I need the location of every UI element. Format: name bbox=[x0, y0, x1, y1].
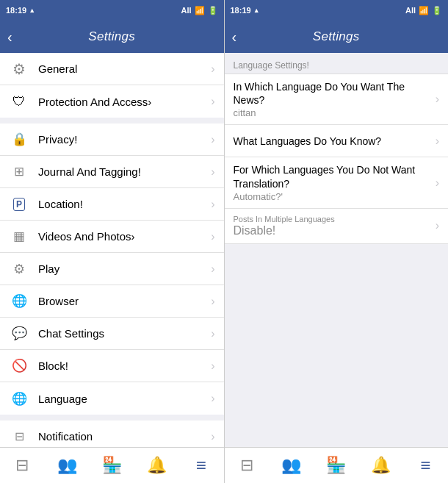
back-button-right[interactable]: ‹ bbox=[232, 29, 237, 46]
wifi-icon-left: 📶 bbox=[195, 6, 205, 15]
battery-icon-right: 🔋 bbox=[432, 6, 442, 15]
page-title-right: Settings bbox=[313, 29, 360, 44]
battery-icon-left: 🔋 bbox=[208, 6, 218, 15]
lang-item-known[interactable]: What Languages Do You Know? › bbox=[225, 125, 449, 157]
sidebar-item-privacy[interactable]: 🔒 Privacy! › bbox=[0, 124, 224, 156]
sidebar-item-location[interactable]: P Location! › bbox=[0, 188, 224, 221]
left-panel: 18:19 ▲ All 📶 🔋 ‹ Settings ⚙ General › 🛡… bbox=[0, 0, 224, 483]
tab-bell-right[interactable]: 🔔 bbox=[358, 448, 403, 483]
lang-item-no-translation[interactable]: For Which Languages You Do Not Want Tran… bbox=[225, 157, 449, 208]
chevron-news-lang: › bbox=[436, 93, 439, 106]
tab-friends-left[interactable]: 👥 bbox=[45, 448, 90, 483]
home-tab-icon-right: ⊟ bbox=[240, 456, 253, 475]
menu-tab-icon-left: ≡ bbox=[196, 455, 206, 476]
tab-store-left[interactable]: 🏪 bbox=[90, 448, 134, 483]
notification-label: Notification bbox=[38, 430, 211, 443]
chevron-icon-notification: › bbox=[211, 430, 214, 443]
home-tab-icon-left: ⊟ bbox=[15, 456, 29, 475]
chevron-icon-browser: › bbox=[211, 295, 214, 308]
chevron-icon-protection: › bbox=[211, 95, 214, 108]
tab-home-right[interactable]: ⊟ bbox=[225, 448, 270, 483]
right-panel: 18:19 ▲ All 📶 🔋 ‹ Settings Language Sett… bbox=[225, 0, 449, 483]
browser-label: Browser bbox=[38, 295, 211, 307]
notrans-lang-subtitle: Automatic?' bbox=[234, 191, 436, 202]
sidebar-item-play[interactable]: ⚙ Play › bbox=[0, 253, 224, 285]
status-bar-left: 18:19 ▲ All 📶 🔋 bbox=[0, 0, 224, 21]
sidebar-item-journal[interactable]: ⊞ Journal And Tagging! › bbox=[0, 156, 224, 188]
nav-header-right: ‹ Settings bbox=[225, 21, 449, 53]
settings-group-2: 🔒 Privacy! › ⊞ Journal And Tagging! › P … bbox=[0, 124, 224, 415]
settings-list-left: ⚙ General › 🛡 Protection And Access› › 🔒… bbox=[0, 53, 224, 447]
notification-icon: ⊟ bbox=[9, 426, 29, 447]
status-bar-right: 18:19 ▲ All 📶 🔋 bbox=[225, 0, 449, 21]
video-icon: ▦ bbox=[9, 226, 29, 247]
tab-bar-right: ⊟ 👥 🏪 🔔 ≡ bbox=[225, 447, 449, 483]
browser-icon: 🌐 bbox=[9, 291, 29, 312]
sidebar-item-browser[interactable]: 🌐 Browser › bbox=[0, 285, 224, 318]
play-icon: ⚙ bbox=[9, 259, 29, 279]
play-label: Play bbox=[38, 262, 211, 275]
chevron-multiple-lang: › bbox=[436, 219, 439, 232]
bell-tab-icon-right: 🔔 bbox=[371, 456, 391, 475]
news-lang-subtitle: cittan bbox=[234, 107, 436, 118]
multiple-lang-value: Disable! bbox=[234, 224, 436, 237]
status-right: All 📶 🔋 bbox=[181, 6, 217, 15]
protection-label: Protection And Access› bbox=[38, 96, 211, 108]
section-gap-2 bbox=[0, 415, 224, 421]
carrier-right: All bbox=[405, 6, 416, 15]
settings-group-3: ⊟ Notification › ▣ SMS› › 📡 Public Posts… bbox=[0, 421, 224, 447]
store-tab-icon-left: 🏪 bbox=[102, 456, 122, 475]
tab-menu-right[interactable]: ≡ bbox=[403, 448, 448, 483]
tab-bar-left: ⊟ 👥 🏪 🔔 ≡ bbox=[0, 447, 224, 483]
sidebar-item-language[interactable]: 🌐 Language › bbox=[0, 382, 224, 415]
location-icon-right: ▲ bbox=[253, 7, 260, 14]
language-globe-icon: 🌐 bbox=[9, 388, 29, 409]
location-pin-icon: P bbox=[9, 194, 29, 215]
language-settings-content: Language Settings! In Which Language Do … bbox=[225, 53, 449, 447]
sidebar-item-notification[interactable]: ⊟ Notification › bbox=[0, 421, 224, 447]
sidebar-item-videos[interactable]: ▦ Videos And Photos› › bbox=[0, 221, 224, 253]
chevron-icon-location: › bbox=[211, 198, 214, 211]
chat-icon: 💬 bbox=[9, 323, 29, 344]
tab-friends-right[interactable]: 👥 bbox=[269, 448, 314, 483]
time-right: 18:19 bbox=[231, 6, 251, 15]
lang-item-multiple[interactable]: Posts In Multiple Languages Disable! › bbox=[225, 209, 449, 244]
lang-item-news[interactable]: In Which Language Do You Want The News? … bbox=[225, 74, 449, 125]
tab-store-right[interactable]: 🏪 bbox=[314, 448, 358, 483]
chevron-icon-journal: › bbox=[211, 165, 214, 179]
language-label: Language bbox=[38, 393, 211, 405]
sidebar-item-protection[interactable]: 🛡 Protection And Access› › bbox=[0, 85, 224, 118]
journal-label: Journal And Tagging! bbox=[38, 165, 211, 178]
tab-bell-left[interactable]: 🔔 bbox=[134, 448, 179, 483]
nav-header-left: ‹ Settings bbox=[0, 21, 224, 53]
chevron-icon-privacy: › bbox=[211, 133, 214, 146]
chevron-icon-chat: › bbox=[211, 327, 214, 340]
back-button-left[interactable]: ‹ bbox=[7, 29, 12, 46]
chevron-icon-play: › bbox=[211, 262, 214, 276]
menu-tab-icon-right: ≡ bbox=[421, 455, 431, 476]
language-settings-title: Language Settings! bbox=[225, 53, 449, 74]
block-icon: 🚫 bbox=[9, 356, 29, 376]
shield-icon: 🛡 bbox=[9, 91, 29, 112]
sidebar-item-chat[interactable]: 💬 Chat Settings › bbox=[0, 318, 224, 350]
tab-home-left[interactable]: ⊟ bbox=[0, 448, 45, 483]
lang-item-notrans-content: For Which Languages You Do Not Want Tran… bbox=[234, 157, 436, 207]
location-label: Location! bbox=[38, 198, 211, 210]
gear-icon: ⚙ bbox=[9, 59, 29, 79]
carrier-left: All bbox=[181, 6, 191, 15]
chevron-known-lang: › bbox=[436, 135, 439, 148]
chat-label: Chat Settings bbox=[38, 327, 211, 340]
tab-menu-left[interactable]: ≡ bbox=[179, 448, 224, 483]
sidebar-item-block[interactable]: 🚫 Block! › bbox=[0, 350, 224, 382]
wifi-icon-right: 📶 bbox=[419, 6, 429, 15]
sidebar-item-general[interactable]: ⚙ General › bbox=[0, 53, 224, 85]
lang-item-news-content: In Which Language Do You Want The News? … bbox=[234, 74, 436, 124]
news-lang-title: In Which Language Do You Want The News? bbox=[234, 80, 436, 107]
known-lang-title: What Languages Do You Know? bbox=[234, 135, 436, 148]
journal-icon: ⊞ bbox=[9, 162, 29, 182]
lang-item-known-content: What Languages Do You Know? bbox=[234, 129, 436, 154]
status-left: 18:19 ▲ bbox=[6, 6, 35, 15]
friends-tab-icon-right: 👥 bbox=[281, 456, 301, 475]
chevron-icon-general: › bbox=[211, 62, 214, 76]
multiple-lang-label: Posts In Multiple Languages bbox=[234, 215, 436, 223]
